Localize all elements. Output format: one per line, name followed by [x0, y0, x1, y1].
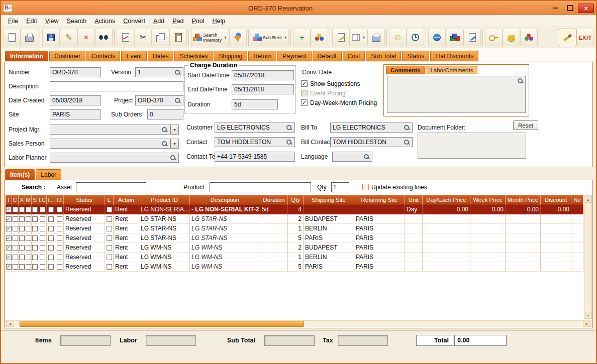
contact-field[interactable]: TOM HIDDLESTON — [215, 137, 295, 147]
cell-t[interactable] — [6, 214, 12, 224]
row-checkbox[interactable] — [32, 255, 38, 260]
row-checkbox[interactable] — [13, 226, 18, 231]
cell-m[interactable] — [25, 233, 32, 243]
cell-c[interactable] — [12, 253, 19, 262]
row-checkbox[interactable] — [48, 264, 54, 270]
cell-c[interactable] — [12, 214, 19, 224]
row-checkbox[interactable] — [19, 264, 25, 270]
save-icon[interactable] — [42, 29, 60, 46]
cell-c[interactable] — [12, 262, 19, 272]
search-inventory-icon[interactable]: Search Inventory▼ — [191, 29, 229, 46]
column-header-X[interactable]: X — [19, 195, 25, 205]
search-icon[interactable] — [174, 69, 181, 76]
tab-customer[interactable]: Customer — [49, 51, 85, 61]
language-field[interactable] — [332, 152, 372, 162]
row-checkbox[interactable] — [26, 235, 31, 241]
customer-field[interactable]: LG ELECTRONICS — [215, 123, 295, 133]
history-clock-icon[interactable] — [407, 29, 424, 46]
row-checkbox[interactable] — [40, 255, 45, 260]
cell-s[interactable] — [32, 224, 38, 233]
cell-l[interactable] — [105, 214, 114, 224]
new-document-icon[interactable] — [3, 29, 21, 46]
menu-add[interactable]: Add — [149, 17, 168, 26]
column-header-Shipping Site[interactable]: Shipping Site — [304, 195, 354, 205]
row-checkbox[interactable] — [13, 207, 18, 212]
menu-actions[interactable]: Actions — [90, 17, 119, 26]
tab-laborcomments[interactable]: LaborComments — [426, 66, 477, 74]
row-checkbox[interactable] — [13, 264, 18, 270]
table-row[interactable]: ReservedRentLG STAR-NSLG STAR-NS1BERLINP… — [6, 224, 583, 233]
column-header-Product ID[interactable]: Product ID — [139, 195, 190, 205]
column-header-S[interactable]: S — [32, 195, 38, 205]
cut-icon[interactable]: ✂ — [134, 29, 152, 46]
row-checkbox[interactable] — [32, 216, 38, 222]
cell-m[interactable] — [25, 253, 32, 262]
bill-to-field[interactable]: LG ELECTRONICS — [330, 123, 413, 133]
tab-labor[interactable]: Labor — [36, 169, 61, 180]
crew-cubes-icon[interactable] — [446, 29, 463, 46]
qty-input[interactable]: 1 — [331, 182, 349, 192]
cell-s[interactable] — [32, 233, 38, 243]
contact-tel-field[interactable]: +44-17-5349-1585 — [215, 152, 295, 162]
row-checkbox[interactable] — [26, 264, 31, 270]
row-checkbox[interactable] — [107, 264, 112, 270]
product-input[interactable] — [210, 182, 311, 192]
search-icon[interactable] — [404, 139, 410, 146]
row-checkbox-checked[interactable] — [6, 255, 12, 260]
row-checkbox[interactable] — [32, 207, 38, 212]
vertical-scrollbar[interactable]: ▲ ▼ — [584, 195, 592, 319]
column-header-Day/Each Price[interactable]: Day/Each Price — [423, 195, 470, 205]
sub-orders-field[interactable]: 0 — [147, 109, 183, 119]
paste-icon[interactable] — [169, 29, 187, 46]
cell-x[interactable] — [19, 224, 25, 233]
cell-s[interactable] — [32, 205, 38, 214]
menu-view[interactable]: View — [41, 17, 63, 26]
pool-balls-icon[interactable] — [311, 29, 328, 46]
row-checkbox[interactable] — [40, 216, 45, 222]
cell-m[interactable] — [25, 205, 32, 214]
row-checkbox[interactable] — [13, 235, 18, 241]
project-mgr-dropdown[interactable] — [170, 125, 179, 135]
cell-l[interactable] — [105, 233, 114, 243]
checkbox-day-week-month-pricing[interactable] — [301, 99, 308, 106]
table-row[interactable]: ReservedRentLG WM-NSLG WM-NS2BUDAPESTPAR… — [6, 243, 583, 253]
column-header-Discount[interactable]: Discount — [541, 195, 571, 205]
cell-x[interactable] — [19, 243, 25, 253]
cell-s[interactable] — [32, 243, 38, 253]
cell-i-c[interactable] — [38, 233, 47, 243]
chevron-down-icon[interactable]: ▼ — [361, 36, 365, 39]
project-field[interactable]: ORD-370 — [135, 95, 183, 105]
cell-i-c[interactable] — [38, 243, 47, 253]
column-header-Duration[interactable]: Duration — [260, 195, 288, 205]
tab-schedules[interactable]: Schedules — [174, 51, 213, 61]
sales-person-field[interactable] — [50, 139, 170, 149]
row-checkbox[interactable] — [48, 207, 54, 212]
tab-comments[interactable]: Comments — [386, 66, 425, 74]
column-header-M[interactable]: M — [25, 195, 32, 205]
checkbox-show-suggestions[interactable] — [301, 80, 308, 87]
cell-s[interactable] — [32, 214, 38, 224]
search-icon[interactable] — [363, 154, 370, 160]
row-checkbox-checked[interactable] — [6, 264, 12, 270]
minimize-button[interactable] — [549, 4, 562, 13]
row-checkbox[interactable] — [57, 235, 62, 241]
cell-l[interactable] — [105, 262, 114, 272]
menu-file[interactable]: File — [4, 17, 22, 26]
row-checkbox-checked[interactable] — [6, 207, 12, 212]
cell-i-[interactable] — [47, 253, 55, 262]
tab-contacts[interactable]: Contacts — [86, 51, 120, 61]
row-checkbox[interactable] — [32, 235, 38, 241]
chevron-down-icon[interactable]: ▼ — [223, 36, 227, 39]
menu-help[interactable]: Help — [209, 17, 230, 26]
tab-sub-total[interactable]: Sub Total — [366, 51, 401, 61]
cell-t[interactable] — [6, 243, 12, 253]
tab-return[interactable]: Return — [248, 51, 276, 61]
end-date-field[interactable]: 05/11/2018 — [232, 84, 294, 94]
search-icon[interactable] — [517, 78, 524, 84]
row-checkbox[interactable] — [48, 235, 54, 241]
money-coins-icon[interactable] — [503, 29, 520, 46]
cell-m[interactable] — [25, 262, 32, 272]
row-checkbox[interactable] — [107, 226, 112, 231]
cell-s[interactable] — [32, 253, 38, 262]
row-checkbox[interactable] — [40, 264, 45, 270]
